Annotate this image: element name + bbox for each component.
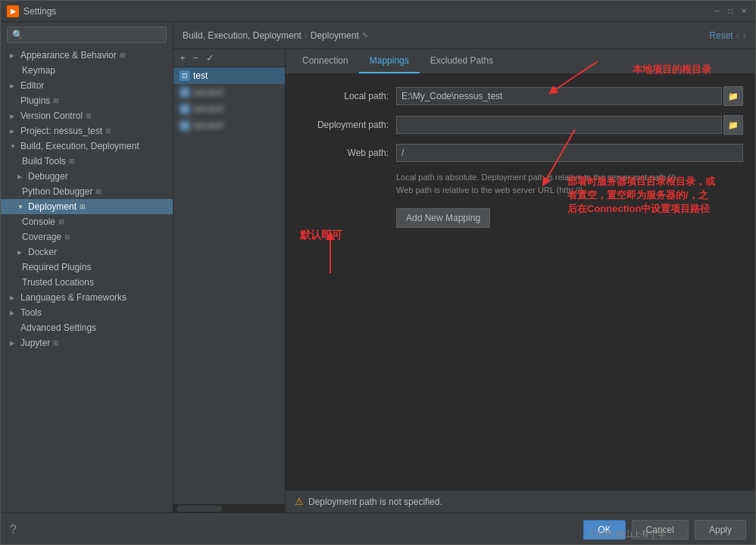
sidebar-item-label: Required Plugins [22,262,91,272]
sidebar-item-tools[interactable]: ▶ Tools [1,305,173,320]
ext-icon: ⊞ [58,218,64,226]
sidebar-item-docker[interactable]: ▶ Docker [1,244,173,260]
warning-icon: ⚠ [295,496,304,507]
chevron-right-icon: ▶ [17,249,25,256]
local-path-row: Local path: 📁 [298,86,743,106]
breadcrumb-root: Build, Execution, Deployment [183,30,301,41]
sidebar-item-trusted-locations[interactable]: Trusted Locations [1,275,173,290]
apply-button[interactable]: Apply [695,520,746,540]
deployment-path-browse-button[interactable]: 📁 [723,115,743,135]
ext-icon: ⊞ [53,97,59,104]
app-icon: ▶ [7,5,19,17]
sidebar-item-label: Console [22,216,55,227]
sidebar-item-required-plugins[interactable]: Required Plugins [1,260,173,275]
sidebar-item-keymap[interactable]: Keymap [1,63,173,78]
tab-mappings[interactable]: Mappings [359,49,420,73]
sidebar-item-project[interactable]: ▶ Project: nessus_test ⊞ [1,123,173,139]
sidebar-item-label: Build, Execution, Deployment [20,141,139,151]
sidebar-item-deployment[interactable]: ▼ Deployment ⊞ [1,199,173,214]
right-panel: Connection Mappings Excluded Paths [286,49,755,512]
sidebar-item-python-debugger[interactable]: Python Debugger ⊞ [1,184,173,199]
chevron-right-icon: ▶ [10,310,17,316]
minimize-button[interactable]: ─ [711,6,722,17]
sidebar-item-jupyter[interactable]: ▶ Jupyter ⊞ [1,335,173,350]
sidebar-item-advanced-settings[interactable]: Advanced Settings [1,320,173,335]
dialog-footer: ? OK Cancel Apply [1,512,755,545]
sidebar-item-label: Debugger [28,171,68,182]
server-item[interactable]: ⊡ test [173,67,285,84]
sidebar-item-version-control[interactable]: ▶ Version Control ⊞ [1,108,173,123]
main-layout: ▶ Appearance & Behavior ⊞ Keymap ▶ Edito… [1,22,755,512]
ok-button[interactable]: OK [583,520,625,540]
nav-back-icon[interactable]: ‹ [736,30,740,42]
web-path-label: Web path: [298,148,396,158]
server-panel: + − ✓ ⊡ test ⊡ server2 [173,49,286,512]
local-path-browse-button[interactable]: 📁 [723,86,743,106]
help-button[interactable]: ? [10,523,17,537]
sidebar: ▶ Appearance & Behavior ⊞ Keymap ▶ Edito… [1,22,173,512]
sidebar-item-plugins[interactable]: Plugins ⊞ [1,93,173,108]
form-area: Local path: 📁 Deployment path: 📁 W [286,74,755,490]
content-area: Build, Execution, Deployment › Deploymen… [173,22,755,512]
warning-text: Deployment path is not specified. [308,497,442,507]
add-mapping-button[interactable]: Add New Mapping [396,208,490,228]
chevron-right-icon: ▶ [10,294,17,301]
breadcrumb: Build, Execution, Deployment › Deploymen… [183,30,368,41]
tabs: Connection Mappings Excluded Paths [286,49,755,74]
window-controls: ─ □ ✕ [711,6,749,17]
chevron-right-icon: ▶ [10,83,17,89]
nav-buttons: Reset ‹ › [709,30,746,42]
sidebar-item-languages[interactable]: ▶ Languages & Frameworks [1,290,173,305]
sidebar-item-debugger[interactable]: ▶ Debugger [1,169,173,184]
ext-icon: ⊞ [86,112,92,120]
content-header: Build, Execution, Deployment › Deploymen… [173,22,755,49]
scrollbar[interactable] [173,503,285,512]
sidebar-item-label: Jupyter [20,338,50,348]
tab-connection[interactable]: Connection [292,49,359,73]
sidebar-item-label: Languages & Frameworks [20,292,127,303]
local-path-input[interactable] [396,87,722,105]
sidebar-item-build-tools[interactable]: Build Tools ⊞ [1,154,173,169]
sidebar-item-label: Docker [28,247,57,257]
server-icon: ⊡ [180,120,190,131]
add-server-button[interactable]: + [178,52,187,64]
tab-excluded-paths[interactable]: Excluded Paths [420,49,504,73]
maximize-button[interactable]: □ [725,6,736,17]
server-item-name: server4 [193,120,223,131]
deployment-path-label: Deployment path: [298,120,396,130]
server-icon: ⊡ [180,70,190,81]
deployment-path-input[interactable] [396,116,722,134]
sidebar-item-appearance[interactable]: ▶ Appearance & Behavior ⊞ [1,48,173,63]
close-button[interactable]: ✕ [739,6,749,17]
ext-icon: ⊞ [80,203,86,210]
server-icon: ⊡ [180,87,190,98]
server-list: ⊡ test ⊡ server2 ⊡ server3 [173,67,285,503]
sidebar-item-label: Tools [20,307,42,318]
sidebar-item-label: Coverage [22,232,61,242]
sidebar-item-label: Editor [20,80,44,91]
sidebar-item-label: Plugins [20,95,50,106]
ext-icon: ⊞ [95,188,102,195]
sidebar-item-build-execution[interactable]: ▼ Build, Execution, Deployment [1,139,173,154]
web-path-row: Web path: [298,144,743,162]
check-server-button[interactable]: ✓ [205,52,216,64]
search-box [1,22,173,48]
remove-server-button[interactable]: − [192,52,201,64]
sidebar-item-coverage[interactable]: Coverage ⊞ [1,229,173,244]
chevron-down-icon: ▼ [17,204,25,210]
server-item-blurred-3: ⊡ server4 [173,117,285,134]
sidebar-item-label: Python Debugger [22,186,92,197]
sidebar-item-label: Appearance & Behavior [20,50,117,61]
local-path-label: Local path: [298,91,396,101]
web-path-input[interactable] [396,144,743,162]
warning-message: ⚠ Deployment path is not specified. [295,496,442,507]
search-input[interactable] [7,26,167,43]
cancel-button[interactable]: Cancel [632,520,689,540]
sidebar-item-console[interactable]: Console ⊞ [1,214,173,229]
deployment-path-row: Deployment path: 📁 [298,115,743,135]
breadcrumb-separator: › [305,30,308,41]
sidebar-item-editor[interactable]: ▶ Editor [1,78,173,93]
nav-fwd-icon[interactable]: › [742,30,746,42]
reset-button[interactable]: Reset [709,30,733,41]
panel-split: + − ✓ ⊡ test ⊡ server2 [173,49,755,512]
